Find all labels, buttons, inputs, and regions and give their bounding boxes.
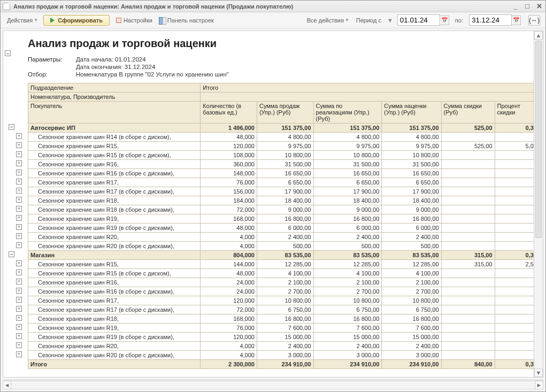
col-qty: Количество (в базовых ед.) — [201, 102, 257, 124]
expand-row-icon[interactable]: + — [16, 288, 22, 294]
report-body: Анализ продаж и торговой наценки Парамет… — [25, 31, 543, 377]
col-subdivision: Подразделение — [28, 83, 201, 93]
param-end: Дата окончания: 31.12.2024 — [76, 64, 540, 70]
data-row[interactable]: Сезонное хранение шин R19,76,0007 600,00… — [28, 324, 540, 333]
data-row[interactable]: Сезонное хранение шин R19 (в сборе с дис… — [28, 333, 540, 342]
content-area: ––+++++++++++++–+++++++++++ Анализ прода… — [3, 30, 543, 378]
filter-text: Номенклатура В группе "02 Услуги по хран… — [76, 71, 540, 78]
date-from-input[interactable] — [397, 14, 440, 26]
period-dropdown-icon[interactable]: ▼ — [387, 17, 393, 24]
actions-menu[interactable]: Действия▼ — [6, 16, 39, 25]
period-from-label: Период с — [356, 17, 381, 24]
swap-dates-button[interactable]: (↔) — [528, 15, 540, 26]
expand-row-icon[interactable]: + — [16, 242, 22, 248]
data-row[interactable]: Сезонное хранение шин R17 (в сборе с дис… — [28, 187, 540, 196]
calendar-from-button[interactable]: 📅 — [440, 16, 449, 25]
horizontal-scrollbar[interactable]: ◄ ► — [3, 380, 543, 389]
expand-row-icon[interactable]: + — [16, 133, 22, 139]
data-row[interactable]: Сезонное хранение шин R15,120,0009 975,0… — [28, 142, 540, 151]
report-table: Подразделение Итого Номенклатура, Произв… — [28, 83, 540, 369]
scroll-down-icon[interactable]: ▼ — [534, 368, 543, 377]
data-row[interactable]: Сезонное хранение шин R17,76,0006 650,00… — [28, 178, 540, 187]
expand-row-icon[interactable]: + — [16, 324, 22, 330]
expand-row-icon[interactable]: + — [16, 333, 22, 339]
expand-row-icon[interactable]: + — [16, 160, 22, 166]
maximize-button[interactable]: □ — [523, 3, 532, 10]
date-to-input[interactable] — [469, 14, 512, 26]
scroll-left-icon[interactable]: ◄ — [3, 381, 11, 389]
toolbar: Действия▼ Сформировать Настройки Панель … — [1, 12, 545, 28]
data-row[interactable]: Сезонное хранение шин R15,144,00012 285,… — [28, 260, 540, 269]
expand-row-icon[interactable]: + — [16, 188, 22, 194]
expand-row-icon[interactable]: + — [16, 233, 22, 239]
titlebar: Анализ продаж и торговой наценки: Анализ… — [1, 1, 545, 12]
data-row[interactable]: Сезонное хранение шин R16 (в сборе с дис… — [28, 169, 540, 178]
data-row[interactable]: Сезонное хранение шин R15 (в сборе с дис… — [28, 151, 540, 160]
scroll-up-icon[interactable]: ▲ — [534, 31, 543, 40]
data-row[interactable]: Сезонное хранение шин R18 (в сборе с дис… — [28, 205, 540, 214]
expand-row-icon[interactable]: + — [16, 297, 22, 303]
col-buyer: Покупатель — [28, 102, 201, 124]
data-row[interactable]: Сезонное хранение шин R18,168,00016 800,… — [28, 314, 540, 324]
expand-row-icon[interactable]: + — [16, 270, 22, 275]
col-discount: Сумма скидки (Руб) — [441, 102, 495, 124]
col-realizations: Сумма по реализациям (Упр.) (Руб) — [313, 102, 382, 124]
expand-row-icon[interactable]: + — [16, 315, 22, 321]
group-row[interactable]: Магазин804,00083 535,0083 535,0083 535,0… — [28, 251, 540, 260]
data-row[interactable]: Сезонное хранение шин R16,24,0002 100,00… — [28, 278, 540, 287]
window-controls: _ □ ✕ — [511, 3, 543, 10]
data-row[interactable]: Сезонное хранение шин R14 (в сборе с дис… — [28, 133, 540, 142]
settings-button[interactable]: Настройки — [114, 16, 153, 25]
data-row[interactable]: Сезонное хранение шин R20 (в сборе с дис… — [28, 242, 540, 251]
data-row[interactable]: Сезонное хранение шин R19 (в сборе с дис… — [28, 224, 540, 233]
play-icon — [50, 18, 55, 23]
expand-row-icon[interactable]: + — [16, 306, 22, 312]
scroll-right-icon[interactable]: ► — [535, 381, 543, 389]
col-discount-pct: Процент скидки — [495, 102, 539, 124]
expand-row-icon[interactable]: + — [16, 142, 22, 148]
minimize-button[interactable]: _ — [511, 3, 520, 10]
expand-row-icon[interactable]: + — [16, 215, 22, 221]
expand-row-icon[interactable]: + — [16, 170, 22, 175]
param-start: Дата начала: 01.01.2024 — [76, 56, 540, 63]
window-title: Анализ продаж и торговой наценки: Анализ… — [13, 3, 511, 10]
document-icon — [3, 3, 10, 10]
data-row[interactable]: Сезонное хранение шин R19,168,00016 800,… — [28, 214, 540, 224]
data-row[interactable]: Сезонное хранение шин R16,360,00031 500,… — [28, 160, 540, 169]
window: Анализ продаж и торговой наценки: Анализ… — [0, 0, 546, 392]
expand-row-icon[interactable]: + — [16, 206, 22, 212]
vertical-scrollbar[interactable]: ▲ ▼ — [534, 31, 543, 377]
col-margin: Сумма наценки (Упр.) (Руб) — [382, 102, 441, 124]
data-row[interactable]: Сезонное хранение шин R17,120,00010 800,… — [28, 296, 540, 305]
data-row[interactable]: Сезонное хранение шин R15 (в сборе с дис… — [28, 269, 540, 278]
expand-row-icon[interactable]: + — [16, 279, 22, 285]
collapse-all-icon[interactable]: – — [5, 50, 11, 56]
calendar-to-button[interactable]: 📅 — [511, 16, 521, 25]
form-button[interactable]: Сформировать — [43, 15, 110, 26]
collapse-group-icon[interactable]: – — [9, 251, 14, 257]
expand-row-icon[interactable]: + — [16, 179, 22, 185]
expand-row-icon[interactable]: + — [16, 351, 22, 357]
expand-row-icon[interactable]: + — [16, 224, 22, 230]
data-row[interactable]: Сезонное хранение шин R18,184,00018 400,… — [28, 196, 540, 205]
expand-row-icon[interactable]: + — [16, 342, 22, 348]
expand-row-icon[interactable]: + — [16, 260, 22, 266]
report-params: Параметры: Дата начала: 01.01.2024 Дата … — [28, 56, 540, 78]
collapse-group-icon[interactable]: – — [9, 124, 14, 130]
data-row[interactable]: Сезонное хранение шин R20,4,0002 400,002… — [28, 342, 540, 351]
data-row[interactable]: Сезонное хранение шин R17 (в сборе с дис… — [28, 305, 540, 314]
col-total: Итого — [201, 83, 540, 93]
expand-row-icon[interactable]: + — [16, 197, 22, 203]
tree-gutter: ––+++++++++++++–+++++++++++ — [3, 31, 25, 377]
close-button[interactable]: ✕ — [535, 3, 543, 10]
expand-row-icon[interactable]: + — [16, 151, 22, 157]
filter-label: Отбор: — [28, 71, 76, 78]
params-label: Параметры: — [28, 56, 76, 63]
data-row[interactable]: Сезонное хранение шин R20 (в сборе с дис… — [28, 351, 540, 360]
panel-button[interactable]: Панель настроек — [158, 16, 215, 25]
to-label: по: — [455, 17, 463, 24]
data-row[interactable]: Сезонное хранение шин R16 (в сборе с дис… — [28, 287, 540, 296]
all-actions-menu[interactable]: Все действия▼ — [306, 16, 350, 25]
data-row[interactable]: Сезонное хранение шин R20,4,0002 400,002… — [28, 233, 540, 242]
group-row[interactable]: Автосервис ИП1 496,000151 375,00151 375,… — [28, 124, 540, 133]
